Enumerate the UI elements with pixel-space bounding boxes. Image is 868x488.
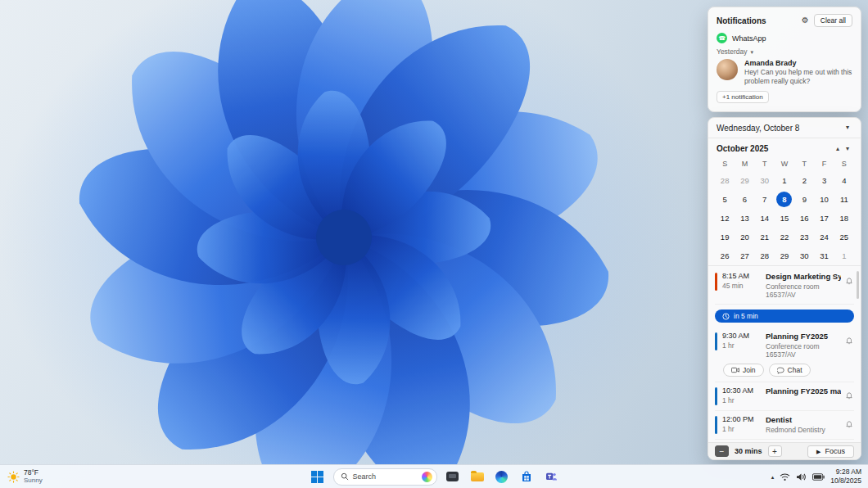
calendar-day-cell[interactable]: 13 — [735, 209, 754, 228]
calendar-day-cell[interactable]: 18 — [834, 209, 854, 228]
calendar-day-cell[interactable]: 6 — [735, 190, 754, 209]
calendar-day-cell[interactable]: 10 — [814, 190, 834, 209]
calendar-collapse-button[interactable]: ▾ — [843, 124, 852, 132]
calendar-day-cell[interactable]: 27 — [735, 246, 754, 265]
calendar-day-cell[interactable]: 23 — [794, 228, 814, 246]
notifications-title: Notifications — [717, 16, 797, 25]
notification-settings-icon[interactable]: ⚙ — [802, 16, 809, 25]
weather-widget[interactable]: 78°F Sunny — [2, 467, 48, 486]
event-time: 8:15 AM — [722, 272, 761, 280]
search-highlights-icon — [422, 472, 432, 482]
edge-icon[interactable] — [493, 468, 511, 486]
notification-sender: Amanda Brady — [744, 59, 852, 67]
notification-app-row[interactable]: ☎ WhatsApp — [708, 30, 861, 46]
calendar-event[interactable]: 12:00 PM1 hrDentistRedmond Dentistry — [715, 411, 854, 440]
event-row: 8:15 AM45 minDesign Marketing SyncConfer… — [715, 272, 854, 299]
calendar-date-header: Wednesday, October 8 — [717, 124, 843, 133]
calendar-grid: SMTWTFS282930123456789101112131415161718… — [708, 156, 861, 265]
weather-condition: Sunny — [24, 477, 43, 485]
calendar-day-cell[interactable]: 5 — [715, 190, 735, 209]
notification-text: Amanda Brady Hey! Can you help me out wi… — [744, 59, 852, 86]
calendar-next-month-button[interactable]: ▾ — [843, 145, 852, 153]
calendar-day-cell[interactable]: 19 — [715, 228, 735, 246]
calendar-day-cell[interactable]: 1 — [834, 246, 854, 265]
monitor-app-icon[interactable] — [444, 468, 462, 486]
calendar-day-cell[interactable]: 14 — [755, 209, 775, 228]
calendar-day-cell[interactable]: 31 — [814, 246, 834, 265]
notification-app-name: WhatsApp — [732, 34, 766, 43]
tray-date: 10/8/2025 — [830, 477, 861, 486]
join-button[interactable]: Join — [723, 364, 764, 377]
calendar-event[interactable]: 10:30 AM1 hrPlanning FY2025 marketing — [715, 382, 854, 411]
event-location: Conference room 16537/AV — [766, 342, 841, 359]
desktop: Notifications ⚙ Clear all ☎ WhatsApp Yes… — [0, 0, 868, 488]
notification-card[interactable]: Amanda Brady Hey! Can you help me out wi… — [708, 56, 861, 88]
calendar-event[interactable]: 8:15 AM45 minDesign Marketing SyncConfer… — [715, 268, 854, 305]
focus-start-button[interactable]: ▶ Focus — [807, 445, 854, 458]
more-notifications-button[interactable]: +1 notification — [717, 91, 769, 103]
calendar-day-cell[interactable]: 4 — [834, 171, 854, 190]
calendar-day-cell[interactable]: 15 — [775, 209, 794, 228]
avatar — [717, 59, 738, 80]
clear-all-button[interactable]: Clear all — [814, 14, 852, 27]
reminder-bell-icon — [846, 332, 854, 348]
notification-group-row[interactable]: Yesterday ▾ — [708, 46, 861, 56]
calendar-day-cell[interactable]: 20 — [735, 228, 754, 246]
calendar-day-cell[interactable]: 25 — [834, 228, 854, 246]
focus-increase-button[interactable]: + — [768, 445, 782, 457]
calendar-day-cell[interactable]: 2 — [794, 171, 814, 190]
calendar-day-cell[interactable]: 1 — [775, 171, 794, 190]
notifications-panel: Notifications ⚙ Clear all ☎ WhatsApp Yes… — [708, 7, 861, 112]
calendar-event[interactable]: 9:30 AM1 hrPlanning FY2025Conference roo… — [715, 328, 854, 382]
tray-chevron-icon[interactable]: ▴ — [771, 474, 775, 480]
calendar-day-cell[interactable]: 24 — [814, 228, 834, 246]
calendar-day-cell[interactable]: 30 — [794, 246, 814, 265]
event-accent-bar — [715, 332, 717, 350]
clock[interactable]: 9:28 AM 10/8/2025 — [830, 468, 861, 485]
scrollbar[interactable] — [857, 271, 859, 299]
reminder-bell-icon — [846, 272, 854, 288]
teams-icon[interactable] — [542, 468, 560, 486]
calendar-day-cell[interactable]: 17 — [814, 209, 834, 228]
event-location: Redmond Dentistry — [766, 426, 841, 434]
reminder-bell-icon — [846, 386, 854, 403]
calendar-day-cell[interactable]: 21 — [755, 228, 775, 246]
battery-icon[interactable] — [812, 473, 825, 481]
calendar-day-cell[interactable]: 29 — [735, 171, 754, 190]
reminder-bell-icon — [846, 415, 854, 432]
action-label: Chat — [788, 366, 802, 374]
weather-temp: 78°F — [24, 468, 43, 477]
calendar-day-cell[interactable]: 29 — [775, 246, 794, 265]
calendar-day-header: M — [735, 156, 754, 171]
event-time-column: 9:30 AM1 hr — [722, 332, 761, 350]
calendar-day-cell[interactable]: 28 — [755, 246, 775, 265]
store-icon[interactable] — [518, 468, 536, 486]
calendar-day-cell[interactable]: 12 — [715, 209, 735, 228]
volume-icon[interactable] — [796, 472, 807, 481]
calendar-day-cell[interactable]: 3 — [814, 171, 834, 190]
focus-duration: 30 mins — [735, 447, 762, 455]
chat-button[interactable]: Chat — [769, 364, 811, 377]
calendar-day-cell[interactable]: 22 — [775, 228, 794, 246]
calendar-day-cell[interactable]: 7 — [755, 190, 775, 209]
focus-decrease-button[interactable]: − — [715, 445, 729, 457]
event-title: Planning FY2025 marketing — [766, 386, 841, 395]
event-row: 12:00 PM1 hrDentistRedmond Dentistry — [715, 415, 854, 434]
calendar-day-cell[interactable]: 9 — [794, 190, 814, 209]
calendar-day-cell[interactable]: 30 — [755, 171, 775, 190]
calendar-day-cell[interactable]: 8 — [776, 192, 792, 207]
file-explorer-icon[interactable] — [468, 468, 486, 486]
focus-button-label: Focus — [825, 447, 845, 455]
wifi-icon[interactable] — [780, 472, 790, 481]
calendar-prev-month-button[interactable]: ▴ — [833, 145, 843, 153]
calendar-day-cell[interactable]: 28 — [715, 171, 735, 190]
calendar-day-cell[interactable]: 11 — [834, 190, 854, 209]
calendar-day-cell[interactable]: 16 — [794, 209, 814, 228]
notification-message: Hey! Can you help me out with this probl… — [744, 68, 852, 86]
search-input[interactable]: Search — [333, 468, 437, 486]
start-button[interactable] — [309, 468, 327, 486]
calendar-day-header: F — [814, 156, 834, 171]
windows-logo-icon — [311, 471, 323, 483]
event-title: Dentist — [766, 415, 841, 424]
calendar-day-cell[interactable]: 26 — [715, 246, 735, 265]
